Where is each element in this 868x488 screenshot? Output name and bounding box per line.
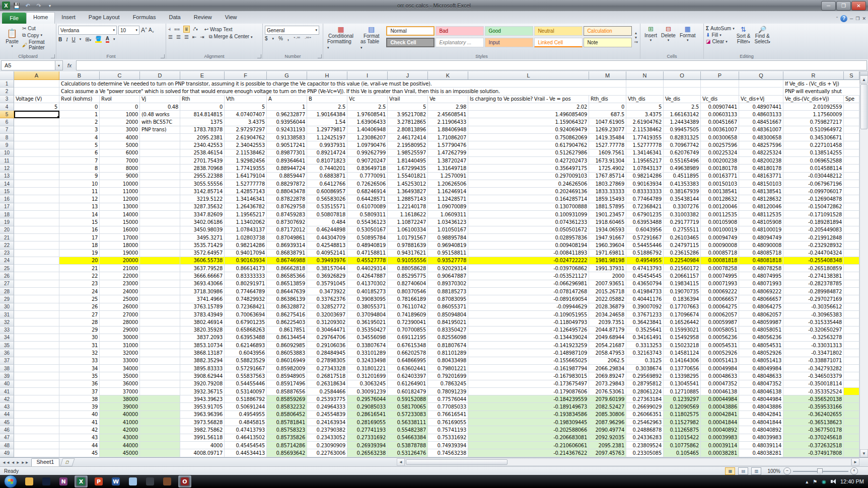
cell-S22[interactable] (844, 241, 859, 249)
cell-K3[interactable]: Ve (428, 96, 468, 103)
cell-G21[interactable]: 0.87049861 (267, 234, 307, 241)
cell-C29[interactable]: 25000 (100, 295, 140, 303)
cell-S11[interactable] (844, 157, 859, 165)
cell-R8[interactable]: 0.345306671 (783, 134, 844, 141)
cell-C7[interactable]: 3000 (100, 126, 140, 134)
cell-I30[interactable]: 0.38055371 (347, 303, 388, 311)
cell-D44[interactable] (140, 411, 180, 419)
cell-Q13[interactable]: 0.48163771 (739, 173, 783, 180)
cell-B10[interactable]: 6 (59, 149, 100, 157)
paste-button[interactable]: 📋 Paste▾ (2, 25, 22, 51)
cell-J29[interactable]: 0.78166189 (388, 295, 428, 303)
cell-G26[interactable]: 0.86585366 (267, 272, 307, 280)
cell-L47[interactable]: -0.206683081 (468, 434, 589, 442)
cell-R7[interactable]: 0.510964972 (783, 126, 844, 134)
cell-F21[interactable]: 1.02803738 (225, 234, 267, 241)
cell-M36[interactable]: 2058.47953 (589, 349, 626, 357)
cell-O48[interactable]: 0.10775862 (664, 442, 701, 449)
cell-F5[interactable]: 4.07407407 (225, 111, 267, 118)
styles-scroll-down-icon[interactable]: ▼ (634, 36, 638, 39)
cell-F27[interactable]: 0.80291971 (225, 280, 267, 288)
cell-J30[interactable]: 0.76110742 (388, 303, 428, 311)
cell-H22[interactable]: 0.42548813 (307, 241, 347, 249)
cell-A23[interactable] (14, 250, 59, 257)
cell-S8[interactable] (844, 134, 859, 141)
cell-K29[interactable]: 0.87083095 (428, 295, 468, 303)
cell-E45[interactable]: 3973.56828 (180, 419, 225, 426)
cell-I11[interactable]: 0.90720247 (347, 157, 388, 165)
cell-S41[interactable] (844, 388, 859, 395)
cell-R1[interactable]: If Ve_dis - (Vc_dis + Vj) (783, 80, 859, 88)
cell-D42[interactable] (140, 395, 180, 403)
cell-B22[interactable]: 18 (59, 241, 100, 249)
cell-A37[interactable] (14, 357, 59, 365)
cell-O39[interactable]: 0.13398295 (664, 372, 701, 380)
cell-E30[interactable]: 3763.15789 (180, 303, 225, 311)
cell-G25[interactable]: 0.86662818 (267, 265, 307, 272)
cell-B29[interactable]: 25 (59, 295, 100, 303)
cell-Q20[interactable]: 0.48100019 (739, 226, 783, 234)
cell-K45[interactable]: 0.76169055 (428, 419, 468, 426)
cell-A47[interactable] (14, 434, 59, 442)
cell-Q45[interactable]: 0.48041844 (739, 419, 783, 426)
cell-B45[interactable]: 41 (59, 419, 100, 426)
cell-J26[interactable]: 0.85295775 (388, 272, 428, 280)
column-header-N[interactable]: N (626, 71, 664, 80)
cell-D35[interactable] (140, 342, 180, 349)
cell-C45[interactable]: 41000 (100, 419, 140, 426)
cell-R33[interactable]: -0.320650297 (783, 327, 844, 334)
cell-D29[interactable] (140, 295, 180, 303)
cell-R19[interactable]: -0.189281894 (783, 218, 844, 226)
cell-O23[interactable]: 0.23615286 (664, 250, 701, 257)
cell-G35[interactable]: 0.86092985 (267, 342, 307, 349)
cell-L19[interactable]: 0.074361233 (468, 218, 589, 226)
cell-E41[interactable]: 3932.36715 (180, 388, 225, 395)
cell-J33[interactable]: 0.70700855 (388, 327, 428, 334)
cell-G4[interactable]: 1 (267, 103, 307, 111)
cell-E20[interactable]: 3450.98039 (180, 226, 225, 234)
cell-M38[interactable]: 2066.29834 (589, 365, 626, 372)
cell-M41[interactable]: 2076.53061 (589, 388, 626, 395)
name-box-dropdown-icon[interactable]: ▾ (55, 60, 63, 70)
cell-G31[interactable]: 0.86275416 (267, 311, 307, 318)
cell-H9[interactable]: 0.9937931 (307, 141, 347, 149)
cell-G28[interactable]: 0.86447639 (267, 288, 307, 295)
cell-H17[interactable]: 0.53515571 (307, 203, 347, 211)
cell-H4[interactable]: 2.5 (307, 103, 347, 111)
cell-R15[interactable]: -0.099706017 (783, 188, 844, 195)
row-header-35[interactable]: 35 (0, 342, 14, 349)
cell-D16[interactable] (140, 195, 180, 203)
row-header-33[interactable]: 33 (0, 327, 14, 334)
align-bottom-icon[interactable]: ⩸ (183, 26, 189, 33)
cell-G34[interactable]: 0.86134454 (267, 334, 307, 342)
cell-L5[interactable]: 1.496085409 (468, 111, 589, 118)
cell-P32[interactable]: 0.00059987 (701, 318, 739, 326)
cell-S20[interactable] (844, 226, 859, 234)
cell-M49[interactable]: 2097.45763 (589, 449, 626, 457)
cell-E39[interactable]: 3908.62944 (180, 372, 225, 380)
dialog-launcher-alignment[interactable] (257, 54, 261, 58)
cell-Q16[interactable]: 0.48128632 (739, 195, 783, 203)
cell-E47[interactable]: 3991.56118 (180, 434, 225, 442)
cell-B44[interactable]: 40 (59, 411, 100, 419)
cell-C26[interactable]: 22000 (100, 272, 140, 280)
cell-O9[interactable]: 0.70967742 (664, 141, 701, 149)
copy-button[interactable]: ⧉Copy▾ (22, 32, 54, 38)
cell-N9[interactable]: 1.52777778 (626, 141, 664, 149)
cell-S27[interactable] (844, 280, 859, 288)
cell-R35[interactable]: -0.33031313 (783, 342, 844, 349)
cell-E35[interactable]: 3853.10734 (180, 342, 225, 349)
prev-sheet-icon[interactable]: ◄ (11, 460, 15, 465)
cell-N35[interactable]: 0.3313253 (626, 342, 664, 349)
cell-D24[interactable] (140, 257, 180, 265)
cell-H31[interactable]: 0.32003697 (307, 311, 347, 318)
cell-Q39[interactable]: 0.48048633 (739, 372, 783, 380)
cell-I26[interactable]: 0.42647887 (347, 272, 388, 280)
row-header-44[interactable]: 44 (0, 411, 14, 419)
cell-K15[interactable]: 1.16246914 (428, 188, 468, 195)
cell-I34[interactable]: 0.34556098 (347, 334, 388, 342)
cell-F28[interactable]: 0.77464789 (225, 288, 267, 295)
cell-P20[interactable]: 0.00100019 (701, 226, 739, 234)
cell-G45[interactable]: 0.85781841 (267, 419, 307, 426)
cell-P28[interactable]: 0.00069222 (701, 288, 739, 295)
